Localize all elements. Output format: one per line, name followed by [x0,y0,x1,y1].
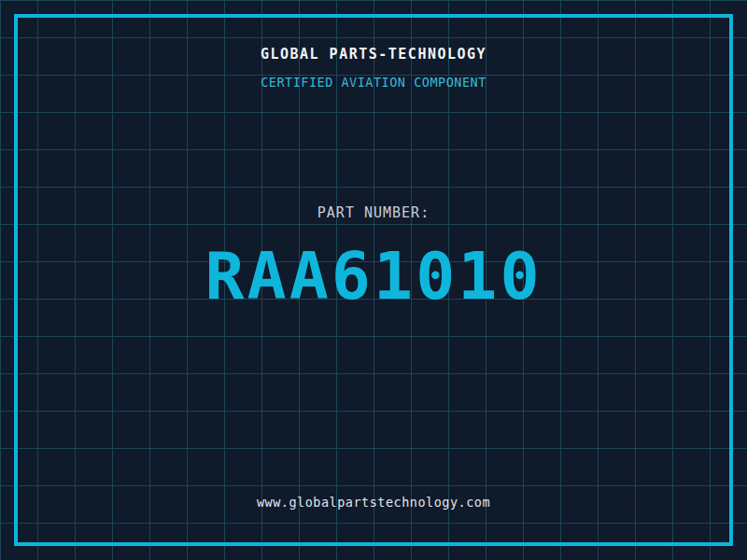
label-content: GLOBAL PARTS-TECHNOLOGY CERTIFIED AVIATI… [0,0,747,560]
website-url: www.globalpartstechnology.com [0,495,747,510]
part-number-value: RAA61010 [0,243,747,310]
certification-subtitle: CERTIFIED AVIATION COMPONENT [0,75,747,90]
part-label-screen: GLOBAL PARTS-TECHNOLOGY CERTIFIED AVIATI… [0,0,747,560]
part-number-label: PART NUMBER: [0,204,747,221]
company-title: GLOBAL PARTS-TECHNOLOGY [0,46,747,63]
